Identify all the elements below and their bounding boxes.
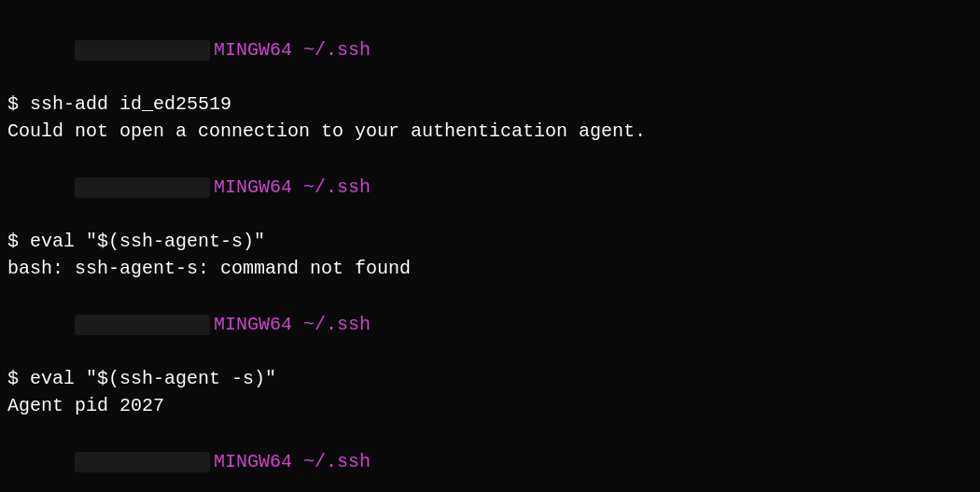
- redacted-user-3: [75, 315, 210, 335]
- terminal-section-4: MINGW64 ~/.ssh $: [7, 421, 973, 492]
- terminal-section-2: MINGW64 ~/.ssh $ eval "$(ssh-agent-s)" b…: [7, 147, 973, 282]
- output-1-0: Could not open a connection to your auth…: [7, 118, 973, 145]
- terminal: MINGW64 ~/.ssh $ ssh-add id_ed25519 Coul…: [0, 0, 980, 492]
- redacted-user-2: [75, 177, 210, 198]
- path-1: ~/.ssh: [303, 39, 371, 61]
- prompt-line-2: MINGW64 ~/.ssh: [7, 147, 973, 228]
- mingw-label-2: MINGW64: [214, 176, 303, 198]
- path-4: ~/.ssh: [303, 451, 371, 472]
- prompt-line-1: MINGW64 ~/.ssh: [7, 9, 973, 91]
- mingw-label-4: MINGW64: [214, 451, 303, 472]
- redacted-user-4: [75, 452, 210, 472]
- command-2: $ eval "$(ssh-agent-s)": [7, 228, 973, 255]
- path-2: ~/.ssh: [303, 176, 371, 198]
- output-3-0: Agent pid 2027: [7, 392, 973, 419]
- mingw-label-1: MINGW64: [214, 39, 303, 61]
- terminal-section-1: MINGW64 ~/.ssh $ ssh-add id_ed25519 Coul…: [7, 9, 973, 145]
- command-3: $ eval "$(ssh-agent -s)": [7, 365, 973, 392]
- terminal-section-3: MINGW64 ~/.ssh $ eval "$(ssh-agent -s)" …: [7, 284, 973, 419]
- prompt-line-4: MINGW64 ~/.ssh: [7, 421, 973, 492]
- redacted-user-1: [75, 40, 210, 61]
- prompt-line-3: MINGW64 ~/.ssh: [7, 284, 973, 365]
- command-1: $ ssh-add id_ed25519: [7, 91, 973, 118]
- mingw-label-3: MINGW64: [214, 314, 303, 335]
- output-2-0: bash: ssh-agent-s: command not found: [7, 255, 973, 282]
- path-3: ~/.ssh: [303, 314, 371, 335]
